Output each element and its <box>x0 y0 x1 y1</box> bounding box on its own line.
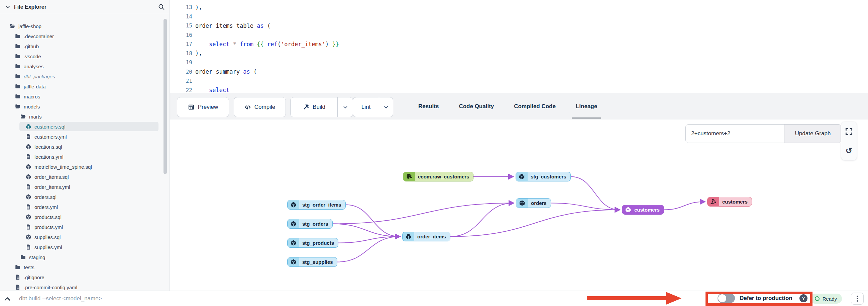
tab-code-quality[interactable]: Code Quality <box>457 93 496 120</box>
code-text: select <box>195 87 229 93</box>
tab-results[interactable]: Results <box>416 93 441 120</box>
tree-item-orders-sql[interactable]: orders.sql <box>0 192 169 202</box>
preview-button[interactable]: Preview <box>177 97 229 117</box>
lint-button[interactable]: Lint <box>353 98 379 117</box>
tree-item-marts[interactable]: marts <box>0 111 169 121</box>
tree-item-products-yml[interactable]: products.yml <box>0 222 169 232</box>
tree-item-label: jaffle-shop <box>19 23 41 29</box>
line-number: 16 <box>170 32 192 38</box>
file-explorer-header: File Explorer <box>0 0 169 14</box>
lineage-node-stg-orders[interactable]: stg_orders <box>287 219 333 229</box>
tree-item-label: tests <box>24 265 34 270</box>
tab-compiled-code[interactable]: Compiled Code <box>512 93 558 120</box>
line-number: 12 <box>170 0 192 1</box>
tree-item-supplies-yml[interactable]: supplies.yml <box>0 242 169 252</box>
tree-item-macros[interactable]: macros <box>0 91 169 102</box>
tree-item-label: order_items.sql <box>34 174 69 180</box>
lineage-node-customers-semantic[interactable]: customers <box>707 197 752 206</box>
tree-item-orders-yml[interactable]: orders.yml <box>0 202 169 212</box>
semantic-node-icon <box>708 197 719 206</box>
tree-item--github[interactable]: .github <box>0 41 169 51</box>
code-editor[interactable]: 1213),1415order_items_table as (1617 sel… <box>170 0 868 93</box>
model-icon <box>25 164 31 170</box>
node-label: stg_order_items <box>299 200 345 209</box>
lineage-selector-input[interactable] <box>686 124 784 143</box>
lineage-node-customers[interactable]: customers <box>622 205 664 215</box>
tree-item-order-items-yml[interactable]: order_items.yml <box>0 182 169 192</box>
lint-button-group: Lint <box>353 97 393 117</box>
lineage-node-order-items[interactable]: order_items <box>402 232 451 241</box>
file-tree-scrollbar[interactable] <box>163 19 167 174</box>
tree-item-dbt-packages[interactable]: dbt_packages <box>0 71 169 81</box>
file-icon <box>25 244 31 250</box>
tree-item--vscode[interactable]: .vscode <box>0 51 169 61</box>
tree-item-jaffle-data[interactable]: jaffle-data <box>0 81 169 91</box>
tree-item-label: staging <box>29 254 45 260</box>
tree-item--pre-commit-config-yaml[interactable]: .pre-commit-config.yaml <box>0 282 169 290</box>
lineage-node-stg-supplies[interactable]: stg_supplies <box>287 257 337 267</box>
tree-item--devcontainer[interactable]: .devcontainer <box>0 31 169 41</box>
lineage-node-orders[interactable]: orders <box>516 198 551 208</box>
annotation-arrow-shaft <box>587 296 666 300</box>
tree-item-metricflow-time-spine-sql[interactable]: metricflow_time_spine.sql <box>0 162 169 172</box>
model-icon <box>25 214 31 220</box>
tree-item-locations-sql[interactable]: locations.sql <box>0 142 169 152</box>
folder-icon <box>15 93 21 100</box>
lint-dropdown-chevron[interactable] <box>379 98 393 117</box>
fullscreen-icon[interactable] <box>845 127 853 136</box>
chevron-down-icon[interactable] <box>5 4 11 10</box>
tab-lineage[interactable]: Lineage <box>574 93 599 120</box>
tree-item--gitignore[interactable]: .gitignore <box>0 272 169 282</box>
line-number: 20 <box>170 68 192 75</box>
model-node-icon <box>403 232 414 241</box>
tree-item-customers-yml[interactable]: customers.yml <box>0 132 169 142</box>
build-button[interactable]: Build <box>290 98 337 117</box>
annotation-arrow-head <box>666 292 681 305</box>
tree-item-analyses[interactable]: analyses <box>0 61 169 71</box>
code-line-18: 18), <box>170 49 868 58</box>
code-line-19: 19 <box>170 58 868 67</box>
file-icon <box>25 204 31 210</box>
file-icon <box>15 274 21 280</box>
file-icon <box>25 154 31 160</box>
reset-view-icon[interactable]: ↺ <box>845 146 853 155</box>
build-dropdown-chevron[interactable] <box>337 98 353 117</box>
tree-item-supplies-sql[interactable]: supplies.sql <box>0 232 169 242</box>
lineage-node-stg-products[interactable]: stg_products <box>287 238 338 248</box>
ready-circle-icon <box>815 296 819 301</box>
tree-item-order-items-sql[interactable]: order_items.sql <box>0 172 169 182</box>
tree-item-label: jaffle-data <box>24 84 46 89</box>
lineage-node-stg-customers[interactable]: stg_customers <box>516 172 571 182</box>
code-text: order_items_table as ( <box>195 22 271 29</box>
model-node-icon <box>516 172 528 181</box>
tree-item-products-sql[interactable]: products.sql <box>0 212 169 222</box>
code-icon <box>244 104 251 110</box>
tree-item-staging[interactable]: staging <box>0 252 169 262</box>
folder-icon <box>15 63 21 69</box>
status-badge[interactable]: Ready <box>810 294 842 304</box>
chevron-up-icon[interactable] <box>3 295 11 302</box>
node-label: orders <box>528 198 551 207</box>
code-line-13: 13), <box>170 3 868 12</box>
line-number: 14 <box>170 13 192 20</box>
compile-button[interactable]: Compile <box>234 97 286 117</box>
tree-item-customers-sql[interactable]: customers.sql <box>0 121 169 132</box>
line-number: 22 <box>170 87 192 93</box>
lint-label: Lint <box>362 104 370 110</box>
kebab-menu-button[interactable] <box>851 293 864 305</box>
model-node-icon <box>287 239 299 247</box>
edge-order_items-to-customers <box>451 210 619 237</box>
command-input[interactable] <box>13 291 587 306</box>
lineage-node-ecom-raw-customers[interactable]: ecom.raw_customers <box>403 172 473 182</box>
search-icon[interactable] <box>158 3 165 10</box>
lineage-controls: ↺ <box>841 122 857 160</box>
tree-item-tests[interactable]: tests <box>0 262 169 272</box>
code-line-16: 16 <box>170 30 868 39</box>
tree-item-label: .pre-commit-config.yaml <box>24 284 77 290</box>
tree-item-jaffle-shop[interactable]: jaffle-shop <box>0 21 169 31</box>
lineage-node-stg-order-items[interactable]: stg_order_items <box>287 200 346 210</box>
tree-item-models[interactable]: models <box>0 102 169 111</box>
line-number: 17 <box>170 41 192 47</box>
tree-item-locations-yml[interactable]: locations.yml <box>0 152 169 162</box>
update-graph-button[interactable]: Update Graph <box>784 124 841 143</box>
